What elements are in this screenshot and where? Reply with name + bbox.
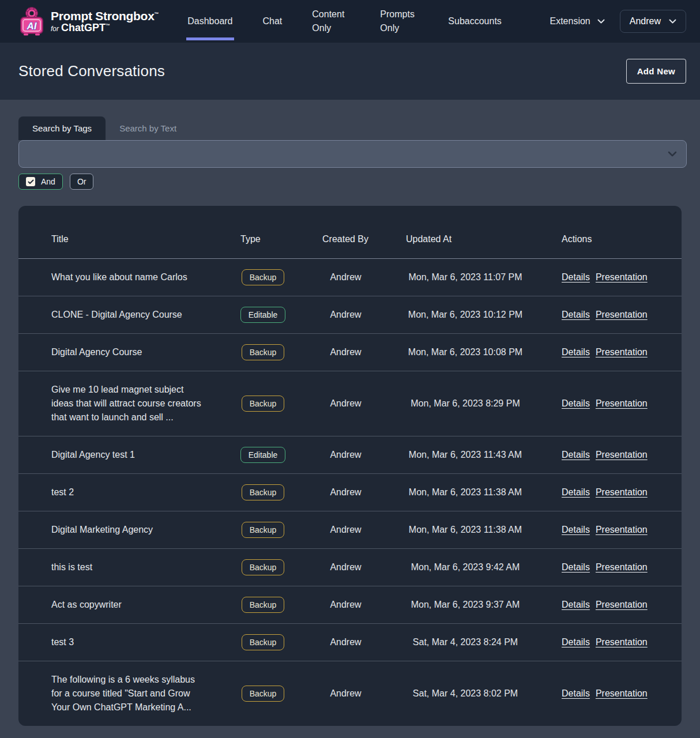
presentation-link[interactable]: Presentation bbox=[596, 688, 648, 699]
presentation-link[interactable]: Presentation bbox=[596, 562, 648, 573]
extension-menu[interactable]: Extension bbox=[550, 16, 604, 27]
updated-at-cell: Mon, Mar 6, 2023 8:29 PM bbox=[411, 398, 520, 409]
account-menu-button[interactable]: Andrew bbox=[620, 10, 686, 33]
details-link[interactable]: Details bbox=[562, 310, 590, 320]
extension-label: Extension bbox=[550, 16, 590, 27]
conversation-title: this is test bbox=[51, 549, 222, 586]
details-link[interactable]: Details bbox=[562, 600, 590, 610]
conversation-title: Digital Agency test 1 bbox=[51, 436, 222, 473]
details-link[interactable]: Details bbox=[562, 688, 590, 699]
type-badge: Backup bbox=[242, 559, 285, 575]
created-by-cell: Andrew bbox=[330, 272, 361, 283]
brand-for-text: for bbox=[51, 25, 59, 33]
created-by-cell: Andrew bbox=[330, 450, 361, 460]
actions-cell: Details Presentation bbox=[543, 450, 653, 460]
created-by-cell: Andrew bbox=[330, 600, 361, 610]
table-row: this is test Backup Andrew Mon, Mar 6, 2… bbox=[18, 548, 682, 586]
type-badge: Backup bbox=[242, 396, 285, 412]
details-link[interactable]: Details bbox=[562, 487, 590, 498]
brand-logo: AI Prompt Strongbox™ forChatGPT™ bbox=[18, 6, 159, 36]
top-nav-bar: AI Prompt Strongbox™ forChatGPT™ Dashboa… bbox=[0, 0, 700, 43]
updated-at-cell: Sat, Mar 4, 2023 8:24 PM bbox=[413, 637, 518, 647]
created-by-cell: Andrew bbox=[330, 562, 361, 573]
created-by-cell: Andrew bbox=[330, 347, 361, 357]
actions-cell: Details Presentation bbox=[543, 525, 653, 535]
presentation-link[interactable]: Presentation bbox=[596, 310, 648, 320]
details-link[interactable]: Details bbox=[562, 525, 590, 535]
details-link[interactable]: Details bbox=[562, 637, 590, 647]
details-link[interactable]: Details bbox=[562, 450, 590, 460]
type-cell: Editable bbox=[240, 447, 286, 463]
table-row: Digital Marketing Agency Backup Andrew M… bbox=[18, 511, 682, 548]
presentation-link[interactable]: Presentation bbox=[596, 487, 648, 498]
actions-cell: Details Presentation bbox=[543, 562, 653, 573]
presentation-link[interactable]: Presentation bbox=[596, 600, 648, 610]
table-row: CLONE - Digital Agency Course Editable A… bbox=[18, 296, 682, 333]
column-header-actions: Actions bbox=[543, 234, 653, 244]
nav-item-subaccounts[interactable]: Subaccounts bbox=[448, 0, 502, 43]
conversation-title: Give me 10 lead magnet subject ideas tha… bbox=[51, 371, 222, 436]
nav-item-content-only[interactable]: Content Only bbox=[312, 0, 350, 43]
actions-cell: Details Presentation bbox=[543, 688, 653, 699]
table-header-row: Title Type Created By Updated At Actions bbox=[18, 206, 682, 259]
presentation-link[interactable]: Presentation bbox=[596, 347, 648, 357]
add-new-button[interactable]: Add New bbox=[626, 59, 686, 84]
presentation-link[interactable]: Presentation bbox=[596, 637, 648, 647]
or-label: Or bbox=[77, 177, 86, 186]
conversation-title: CLONE - Digital Agency Course bbox=[51, 296, 222, 333]
or-toggle-button[interactable]: Or bbox=[70, 174, 94, 190]
type-badge: Editable bbox=[240, 447, 286, 463]
and-label: And bbox=[41, 177, 55, 186]
column-header-title: Title bbox=[51, 234, 222, 244]
updated-at-cell: Mon, Mar 6, 2023 10:12 PM bbox=[408, 310, 522, 320]
account-name: Andrew bbox=[630, 16, 661, 27]
details-link[interactable]: Details bbox=[562, 347, 590, 357]
nav-links: Dashboard Chat Content Only Prompts Only… bbox=[187, 0, 550, 43]
conversation-title: test 3 bbox=[51, 624, 222, 661]
type-badge: Backup bbox=[242, 686, 285, 702]
strongbox-ai-logo-icon: AI bbox=[18, 6, 45, 36]
updated-at-cell: Mon, Mar 6, 2023 9:42 AM bbox=[411, 562, 520, 573]
presentation-link[interactable]: Presentation bbox=[596, 450, 648, 460]
updated-at-cell: Mon, Mar 6, 2023 9:37 AM bbox=[411, 600, 520, 610]
column-header-updated-at: Updated At bbox=[387, 234, 543, 244]
table-body: What you like about name Carlos Backup A… bbox=[18, 259, 682, 726]
tab-search-by-tags[interactable]: Search by Tags bbox=[18, 116, 106, 140]
type-cell: Backup bbox=[242, 344, 285, 360]
tag-logic-toggle: And Or bbox=[18, 174, 700, 190]
tab-search-by-text[interactable]: Search by Text bbox=[106, 116, 190, 140]
type-cell: Backup bbox=[242, 396, 285, 412]
table-row: test 2 Backup Andrew Mon, Mar 6, 2023 11… bbox=[18, 473, 682, 511]
chevron-down-icon bbox=[668, 151, 677, 157]
brand-name: Prompt Strongbox bbox=[51, 9, 155, 22]
page-title: Stored Conversations bbox=[18, 62, 165, 80]
and-toggle-button[interactable]: And bbox=[18, 174, 63, 190]
actions-cell: Details Presentation bbox=[543, 600, 653, 610]
tags-select-input[interactable] bbox=[18, 140, 687, 168]
type-cell: Backup bbox=[242, 522, 285, 538]
details-link[interactable]: Details bbox=[562, 562, 590, 573]
type-badge: Backup bbox=[242, 522, 285, 538]
details-link[interactable]: Details bbox=[562, 398, 590, 409]
type-cell: Backup bbox=[242, 597, 285, 613]
type-badge: Backup bbox=[242, 484, 285, 500]
page-header: Stored Conversations Add New bbox=[0, 43, 700, 100]
logo-monogram-text: AI bbox=[27, 21, 37, 32]
nav-item-prompts-only[interactable]: Prompts Only bbox=[380, 0, 418, 43]
and-checkbox[interactable] bbox=[26, 177, 35, 186]
brand-product: ChatGPT bbox=[61, 22, 106, 33]
conversation-title: Digital Agency Course bbox=[51, 334, 222, 371]
trademark-symbol: ™ bbox=[155, 12, 159, 17]
presentation-link[interactable]: Presentation bbox=[596, 398, 648, 409]
created-by-cell: Andrew bbox=[330, 398, 361, 409]
presentation-link[interactable]: Presentation bbox=[596, 525, 648, 535]
presentation-link[interactable]: Presentation bbox=[596, 272, 648, 283]
type-cell: Backup bbox=[242, 484, 285, 500]
details-link[interactable]: Details bbox=[562, 272, 590, 283]
conversation-title: test 2 bbox=[51, 474, 222, 511]
type-cell: Backup bbox=[242, 559, 285, 575]
chevron-down-icon bbox=[669, 19, 676, 24]
conversation-title: Act as copywriter bbox=[51, 586, 222, 623]
nav-item-dashboard[interactable]: Dashboard bbox=[187, 0, 232, 43]
nav-item-chat[interactable]: Chat bbox=[263, 0, 283, 43]
